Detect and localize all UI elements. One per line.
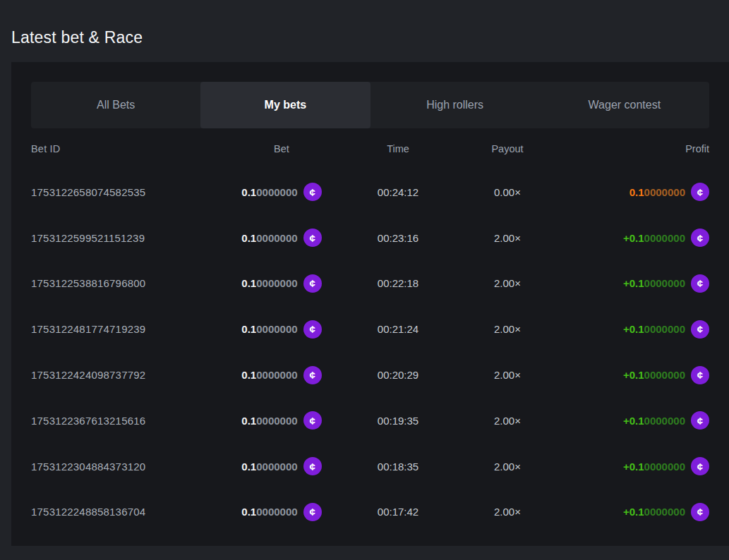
bet-cell: 0.10000000 ¢	[229, 229, 335, 247]
time-cell: 00:22:18	[335, 277, 462, 289]
bet-amount: 0.10000000	[241, 277, 297, 289]
coin-icon: ¢	[691, 366, 709, 384]
profit-cell: +0.10000000 ¢	[553, 457, 709, 475]
coin-icon: ¢	[691, 229, 709, 247]
coin-icon: ¢	[691, 274, 709, 293]
payout-cell: 2.00×	[462, 323, 553, 335]
profit-amount: +0.10000000	[623, 369, 685, 381]
coin-icon: ¢	[303, 274, 322, 293]
table-row: 1753122481774719239 0.10000000 ¢ 00:21:2…	[31, 306, 709, 352]
payout-cell: 0.00×	[462, 186, 553, 198]
tab-my-bets[interactable]: My bets	[200, 82, 370, 128]
profit-amount: +0.10000000	[623, 506, 685, 518]
coin-icon: ¢	[691, 183, 709, 201]
payout-cell: 2.00×	[462, 461, 553, 473]
table-row: 1753122658074582535 0.10000000 ¢ 00:24:1…	[31, 169, 709, 215]
coin-icon: ¢	[691, 320, 709, 339]
profit-cell: +0.10000000 ¢	[553, 229, 709, 247]
profit-amount: +0.10000000	[623, 415, 685, 427]
bets-tabs-bar: All Bets My bets High rollers Wager cont…	[31, 82, 709, 128]
bet-id-cell: 1753122599521151239	[31, 232, 229, 244]
table-row: 1753122367613215616 0.10000000 ¢ 00:19:3…	[31, 398, 709, 444]
latest-bets-panel: All Bets My bets High rollers Wager cont…	[11, 62, 729, 546]
bet-cell: 0.10000000 ¢	[229, 320, 335, 339]
coin-icon: ¢	[303, 411, 322, 430]
coin-icon: ¢	[303, 183, 322, 201]
coin-icon: ¢	[303, 320, 322, 339]
time-cell: 00:19:35	[335, 415, 462, 427]
bet-cell: 0.10000000 ¢	[229, 183, 335, 201]
coin-icon: ¢	[691, 411, 709, 430]
bet-id-cell: 1753122538816796800	[31, 277, 229, 289]
tab-all-bets[interactable]: All Bets	[31, 82, 200, 128]
page-title: Latest bet & Race	[11, 27, 729, 48]
profit-cell: 0.10000000 ¢	[553, 183, 709, 201]
profit-cell: +0.10000000 ¢	[553, 503, 709, 521]
bet-amount: 0.10000000	[241, 461, 297, 473]
bet-id-cell: 1753122424098737792	[31, 369, 229, 381]
table-row: 1753122304884373120 0.10000000 ¢ 00:18:3…	[31, 444, 709, 489]
payout-cell: 2.00×	[462, 369, 553, 381]
coin-icon: ¢	[691, 457, 709, 475]
bet-id-cell: 1753122481774719239	[31, 323, 229, 335]
bet-amount: 0.10000000	[241, 186, 297, 198]
time-cell: 00:18:35	[335, 461, 462, 473]
coin-icon: ¢	[303, 366, 322, 384]
table-row: 1753122190476791936 0.10000000 ¢ 00:16:4…	[31, 535, 709, 546]
profit-amount: +0.10000000	[623, 461, 685, 473]
time-cell: 00:24:12	[335, 186, 462, 198]
bet-cell: 0.10000000 ¢	[229, 503, 335, 521]
table-row: 1753122538816796800 0.10000000 ¢ 00:22:1…	[31, 261, 709, 307]
time-cell: 00:23:16	[335, 232, 462, 244]
coin-icon: ¢	[303, 457, 322, 475]
table-header: Bet ID Bet Time Payout Profit	[31, 128, 709, 169]
profit-amount: +0.10000000	[623, 277, 685, 289]
bet-cell: 0.10000000 ¢	[229, 457, 335, 475]
coin-icon: ¢	[303, 229, 322, 247]
bet-id-cell: 1753122248858136704	[31, 506, 229, 518]
time-cell: 00:17:42	[335, 506, 462, 518]
profit-cell: +0.10000000 ¢	[553, 366, 709, 384]
bet-amount: 0.10000000	[241, 323, 297, 335]
bet-amount: 0.10000000	[241, 232, 297, 244]
bet-id-cell: 1753122304884373120	[31, 461, 229, 473]
time-cell: 00:20:29	[335, 369, 462, 381]
payout-cell: 2.00×	[462, 232, 553, 244]
payout-cell: 2.00×	[462, 506, 553, 518]
table-row: 1753122248858136704 0.10000000 ¢ 00:17:4…	[31, 489, 709, 535]
coin-icon: ¢	[691, 503, 709, 521]
bet-amount: 0.10000000	[241, 415, 297, 427]
bet-cell: 0.10000000 ¢	[229, 366, 335, 384]
bet-cell: 0.10000000 ¢	[229, 411, 335, 430]
profit-amount: +0.10000000	[623, 232, 685, 244]
bet-id-cell: 1753122658074582535	[31, 186, 229, 198]
header-payout: Payout	[462, 143, 553, 154]
tab-wager-contest[interactable]: Wager contest	[540, 82, 709, 128]
bet-cell: 0.10000000 ¢	[229, 274, 335, 293]
profit-cell: +0.10000000 ¢	[553, 274, 709, 293]
profit-cell: +0.10000000 ¢	[553, 320, 709, 339]
payout-cell: 2.00×	[462, 277, 553, 289]
time-cell: 00:21:24	[335, 323, 462, 335]
header-profit: Profit	[553, 143, 709, 154]
bet-amount: 0.10000000	[241, 506, 297, 518]
header-time: Time	[335, 143, 462, 154]
profit-amount: 0.10000000	[629, 186, 685, 198]
table-row: 1753122599521151239 0.10000000 ¢ 00:23:1…	[31, 215, 709, 261]
header-bet-id: Bet ID	[31, 143, 229, 154]
profit-cell: +0.10000000 ¢	[553, 411, 709, 430]
profit-amount: +0.10000000	[623, 323, 685, 335]
bet-id-cell: 1753122367613215616	[31, 415, 229, 427]
bet-amount: 0.10000000	[241, 369, 297, 381]
table-row: 1753122424098737792 0.10000000 ¢ 00:20:2…	[31, 352, 709, 398]
table-body: 1753122658074582535 0.10000000 ¢ 00:24:1…	[31, 169, 709, 546]
coin-icon: ¢	[303, 503, 322, 521]
tab-high-rollers[interactable]: High rollers	[370, 82, 540, 128]
payout-cell: 2.00×	[462, 415, 553, 427]
header-bet: Bet	[229, 143, 335, 154]
